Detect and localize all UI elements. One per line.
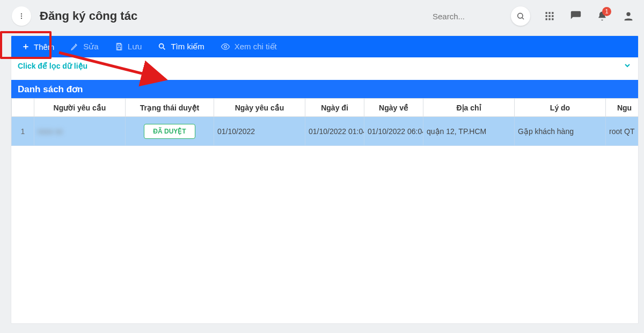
- top-bar: Đăng ký công tác 1: [0, 0, 644, 32]
- col-reason[interactable]: Lý do: [515, 99, 606, 117]
- status-badge: ĐÃ DUYỆT: [144, 124, 195, 139]
- col-extra[interactable]: Ngu: [606, 99, 639, 117]
- data-table: Người yêu cầu Trạng thái duyệt Ngày yêu …: [11, 98, 638, 146]
- svg-rect-7: [552, 12, 553, 14]
- save-label: Lưu: [128, 42, 142, 51]
- notifications-button[interactable]: 1: [597, 11, 608, 21]
- svg-rect-12: [548, 18, 550, 20]
- col-request-date[interactable]: Ngày yêu cầu: [214, 99, 305, 117]
- add-label: Thêm: [34, 42, 54, 51]
- chevron-down-icon: [623, 61, 632, 70]
- svg-line-4: [522, 18, 524, 19]
- svg-rect-17: [118, 43, 120, 45]
- svg-point-3: [518, 13, 523, 18]
- save-icon: [115, 42, 123, 51]
- cell-address: quận 12, TP.HCM: [423, 117, 515, 146]
- svg-rect-6: [548, 12, 550, 14]
- search-wrap: [428, 6, 530, 26]
- cell-status: ĐÃ DUYỆT: [126, 117, 214, 146]
- apps-button[interactable]: [544, 11, 555, 21]
- svg-rect-9: [548, 15, 550, 17]
- detail-button[interactable]: Xem chi tiết: [214, 36, 283, 57]
- edit-button[interactable]: Sửa: [64, 36, 105, 57]
- cell-request-date: 01/10/2022: [214, 117, 305, 146]
- add-button[interactable]: Thêm: [16, 36, 61, 57]
- svg-rect-5: [546, 12, 547, 14]
- messages-button[interactable]: [570, 10, 582, 22]
- col-status[interactable]: Trạng thái duyệt: [126, 99, 214, 117]
- search-icon: [158, 42, 166, 51]
- chat-icon: [570, 10, 582, 22]
- svg-line-20: [163, 48, 165, 49]
- svg-rect-18: [118, 47, 120, 50]
- menu-button[interactable]: [12, 6, 31, 26]
- svg-rect-13: [552, 18, 553, 20]
- more-vertical-icon: [18, 12, 25, 20]
- plus-icon: [22, 43, 30, 50]
- col-address[interactable]: Địa chỉ: [423, 99, 515, 117]
- search-input[interactable]: [428, 6, 509, 26]
- cell-reason: Gặp khách hàng: [515, 117, 606, 146]
- col-go-date[interactable]: Ngày đi: [305, 99, 364, 117]
- page-title: Đăng ký công tác: [40, 9, 137, 23]
- filter-bar: Click để lọc dữ liệu: [11, 57, 638, 75]
- account-button[interactable]: [623, 10, 634, 22]
- svg-point-2: [21, 18, 22, 19]
- cell-go-date: 01/10/2022 01:04: [305, 117, 364, 146]
- notification-badge: 1: [602, 7, 611, 16]
- search-button-toolbar[interactable]: Tìm kiếm: [151, 36, 210, 57]
- cell-return-date: 01/10/2022 06:04: [364, 117, 423, 146]
- content-card: Thêm Sửa Lưu Tìm kiếm Xem chi tiết Click…: [11, 35, 639, 324]
- svg-point-0: [21, 13, 22, 14]
- save-button[interactable]: Lưu: [108, 36, 149, 57]
- filter-expand[interactable]: [623, 61, 632, 71]
- col-return-date[interactable]: Ngày về: [364, 99, 423, 117]
- search-button[interactable]: [511, 6, 530, 26]
- svg-point-1: [21, 16, 22, 17]
- col-requester[interactable]: Người yêu cầu: [34, 99, 126, 117]
- search-label: Tìm kiếm: [171, 42, 204, 51]
- svg-rect-8: [546, 15, 547, 17]
- action-toolbar: Thêm Sửa Lưu Tìm kiếm Xem chi tiết: [11, 36, 638, 57]
- cell-index: 1: [12, 117, 34, 146]
- edit-label: Sửa: [83, 42, 98, 51]
- search-icon: [516, 12, 525, 20]
- eye-icon: [221, 42, 230, 51]
- svg-rect-11: [546, 18, 547, 20]
- filter-link[interactable]: Click để lọc dữ liệu: [18, 62, 87, 70]
- apps-icon: [544, 11, 555, 21]
- svg-point-19: [159, 44, 164, 48]
- table-header-row: Người yêu cầu Trạng thái duyệt Ngày yêu …: [12, 99, 639, 117]
- svg-point-14: [626, 12, 630, 16]
- pencil-icon: [70, 42, 79, 51]
- svg-point-21: [224, 46, 226, 48]
- svg-rect-10: [552, 15, 553, 17]
- detail-label: Xem chi tiết: [235, 42, 277, 51]
- col-index[interactable]: [12, 99, 34, 117]
- person-icon: [623, 10, 634, 22]
- cell-requester: nxxx xx: [34, 117, 126, 146]
- cell-extra: root QT: [606, 117, 639, 146]
- table-row[interactable]: 1 nxxx xx ĐÃ DUYỆT 01/10/2022 01/10/2022…: [12, 117, 639, 146]
- section-header: Danh sách đơn: [11, 80, 638, 98]
